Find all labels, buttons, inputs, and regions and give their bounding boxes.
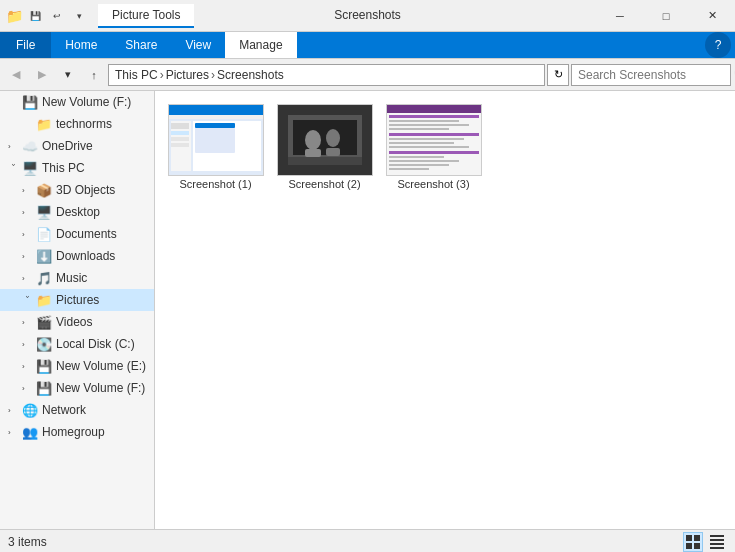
svg-rect-8: [171, 143, 189, 147]
folder-icon: 📁: [36, 117, 52, 132]
sidebar-label: This PC: [42, 161, 85, 175]
svg-rect-16: [305, 149, 321, 157]
qat-save[interactable]: 💾: [26, 7, 44, 25]
chevron-icon: ›: [22, 208, 32, 217]
file-thumbnail-3: [386, 104, 482, 176]
sidebar-item-documents[interactable]: › 📄 Documents: [0, 223, 154, 245]
tab-manage[interactable]: Manage: [225, 32, 296, 58]
sidebar-item-videos[interactable]: › 🎬 Videos: [0, 311, 154, 333]
forward-button[interactable]: ▶: [30, 63, 54, 87]
sidebar-label: Music: [56, 271, 87, 285]
search-input[interactable]: [572, 68, 734, 82]
dropdown-button[interactable]: ▾: [56, 63, 80, 87]
file-name-1: Screenshot (1): [179, 178, 251, 190]
videos-icon: 🎬: [36, 315, 52, 330]
sidebar-label: Documents: [56, 227, 117, 241]
file-item-screenshot-2[interactable]: Screenshot (2): [272, 99, 377, 195]
tab-home[interactable]: Home: [51, 32, 111, 58]
file-content: Screenshot (1) Screenshot (2): [155, 91, 735, 529]
tab-share[interactable]: Share: [111, 32, 171, 58]
svg-rect-31: [389, 160, 459, 162]
svg-point-14: [305, 130, 321, 150]
svg-rect-25: [389, 133, 479, 136]
svg-rect-1: [169, 105, 263, 115]
sidebar-item-network[interactable]: › 🌐 Network: [0, 399, 154, 421]
sidebar-item-new-volume-e[interactable]: › 💾 New Volume (E:): [0, 355, 154, 377]
sidebar-label: Homegroup: [42, 425, 105, 439]
drive-icon: 💾: [36, 381, 52, 396]
sidebar-item-homegroup[interactable]: › 👥 Homegroup: [0, 421, 154, 443]
sidebar-item-this-pc[interactable]: › 🖥️ This PC: [0, 157, 154, 179]
sidebar-item-local-disk-c[interactable]: › 💽 Local Disk (C:): [0, 333, 154, 355]
svg-rect-29: [389, 151, 479, 154]
network-icon: 🌐: [22, 403, 38, 418]
disk-icon: 💽: [36, 337, 52, 352]
svg-rect-41: [710, 547, 724, 549]
up-button[interactable]: ↑: [82, 63, 106, 87]
ribbon: File Home Share View Manage ?: [0, 32, 735, 59]
path-pictures[interactable]: Pictures: [166, 68, 209, 82]
large-icon-view-button[interactable]: [683, 532, 703, 552]
svg-rect-6: [171, 131, 189, 135]
file-item-screenshot-1[interactable]: Screenshot (1): [163, 99, 268, 195]
refresh-button[interactable]: ↻: [547, 64, 569, 86]
title-bar: 📁 💾 ↩ ▾ Picture Tools Screenshots ─ □ ✕: [0, 0, 735, 32]
sidebar-item-3d-objects[interactable]: › 📦 3D Objects: [0, 179, 154, 201]
chevron-icon: ›: [23, 295, 32, 305]
sidebar-item-new-volume-f2[interactable]: › 💾 New Volume (F:): [0, 377, 154, 399]
chevron-icon: ›: [9, 163, 18, 173]
sidebar-item-onedrive[interactable]: › ☁️ OneDrive: [0, 135, 154, 157]
detail-view-button[interactable]: [707, 532, 727, 552]
tab-view[interactable]: View: [171, 32, 225, 58]
sidebar-label: New Volume (E:): [56, 359, 146, 373]
svg-rect-5: [171, 123, 189, 129]
sidebar-label: New Volume (F:): [56, 381, 145, 395]
chevron-icon: ›: [22, 362, 32, 371]
sidebar-item-new-volume-f[interactable]: 💾 New Volume (F:): [0, 91, 154, 113]
desktop-icon: 🖥️: [36, 205, 52, 220]
close-button[interactable]: ✕: [689, 0, 735, 32]
svg-point-15: [326, 129, 340, 147]
homegroup-icon: 👥: [22, 425, 38, 440]
chevron-icon: ›: [22, 384, 32, 393]
maximize-button[interactable]: □: [643, 0, 689, 32]
sidebar-label: 3D Objects: [56, 183, 115, 197]
sidebar-item-desktop[interactable]: › 🖥️ Desktop: [0, 201, 154, 223]
file-item-screenshot-3[interactable]: Screenshot (3): [381, 99, 486, 195]
sidebar-item-technorms[interactable]: 📁 technorms: [0, 113, 154, 135]
view-controls: [683, 532, 727, 552]
pictures-icon: 📁: [36, 293, 52, 308]
quick-access-toolbar: 📁 💾 ↩ ▾: [0, 7, 94, 25]
sidebar-item-downloads[interactable]: › ⬇️ Downloads: [0, 245, 154, 267]
sidebar-label: Local Disk (C:): [56, 337, 135, 351]
address-path[interactable]: This PC › Pictures › Screenshots: [108, 64, 545, 86]
qat-undo[interactable]: ↩: [48, 7, 66, 25]
svg-rect-18: [288, 157, 362, 165]
sidebar-item-music[interactable]: › 🎵 Music: [0, 267, 154, 289]
file-thumbnail-1: [168, 104, 264, 176]
picture-tools-tab[interactable]: Picture Tools: [98, 4, 194, 28]
svg-rect-21: [389, 115, 479, 118]
svg-rect-36: [686, 543, 692, 549]
chevron-icon: ›: [22, 252, 32, 261]
sidebar-item-pictures[interactable]: › 📁 Pictures: [0, 289, 154, 311]
qat-dropdown[interactable]: ▾: [70, 7, 88, 25]
chevron-icon: ›: [22, 230, 32, 239]
sidebar-label: New Volume (F:): [42, 95, 131, 109]
sidebar: 💾 New Volume (F:) 📁 technorms › ☁️ OneDr…: [0, 91, 155, 529]
path-pc[interactable]: This PC: [115, 68, 158, 82]
item-count: 3 items: [8, 535, 47, 549]
back-button[interactable]: ◀: [4, 63, 28, 87]
svg-rect-13: [293, 120, 357, 155]
svg-rect-35: [694, 535, 700, 541]
chevron-icon: ›: [22, 274, 32, 283]
address-bar: ◀ ▶ ▾ ↑ This PC › Pictures › Screenshots…: [0, 59, 735, 91]
svg-rect-10: [195, 123, 235, 128]
path-screenshots[interactable]: Screenshots: [217, 68, 284, 82]
help-button[interactable]: ?: [705, 32, 731, 58]
sidebar-label: Downloads: [56, 249, 115, 263]
minimize-button[interactable]: ─: [597, 0, 643, 32]
chevron-icon: ›: [22, 340, 32, 349]
3d-icon: 📦: [36, 183, 52, 198]
tab-file[interactable]: File: [0, 32, 51, 58]
